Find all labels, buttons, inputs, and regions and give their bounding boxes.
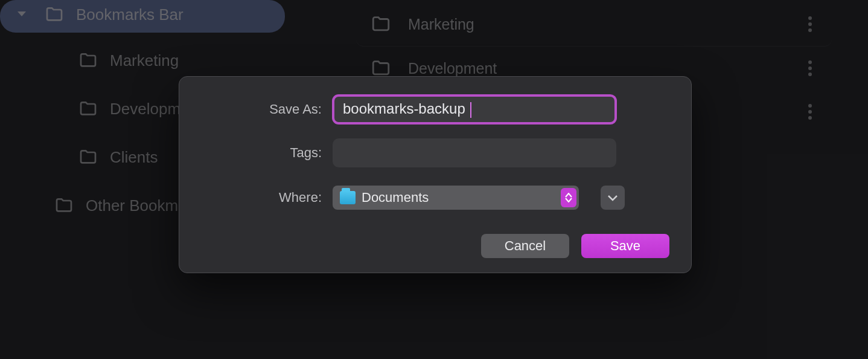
svg-point-6 — [808, 104, 812, 108]
row-menu-button[interactable] — [803, 101, 817, 123]
folder-outline-icon — [54, 196, 74, 215]
svg-point-5 — [808, 73, 812, 76]
where-row: Where: Documents — [201, 186, 669, 210]
folder-outline-icon — [371, 14, 391, 34]
svg-point-3 — [808, 60, 812, 64]
tags-label: Tags: — [201, 145, 322, 161]
folder-outline-icon — [45, 5, 64, 24]
svg-point-1 — [808, 22, 812, 26]
save-as-input[interactable]: bookmarks-backup — [333, 95, 616, 124]
svg-point-2 — [808, 28, 812, 32]
svg-point-4 — [808, 66, 812, 70]
tree-item-label: Bookmarks Bar — [76, 5, 183, 24]
tree-item-label: Clients — [110, 148, 158, 167]
row-menu-button[interactable] — [803, 13, 817, 35]
chevron-down-icon — [16, 5, 28, 24]
tree-item-marketing[interactable]: Marketing — [0, 45, 290, 76]
tree-item-label: Marketing — [110, 51, 179, 70]
tags-row: Tags: — [201, 138, 669, 167]
list-row-title: Marketing — [408, 16, 786, 33]
expand-dialog-button[interactable] — [601, 186, 625, 210]
svg-point-0 — [808, 16, 812, 20]
folder-outline-icon — [78, 99, 98, 118]
folder-outline-icon — [78, 147, 98, 167]
tags-input[interactable] — [333, 138, 616, 167]
save-as-row: Save As: bookmarks-backup — [201, 95, 669, 124]
up-down-stepper-icon — [561, 188, 576, 207]
dialog-button-row: Cancel Save — [201, 234, 669, 258]
where-select[interactable]: Documents — [333, 186, 579, 210]
svg-point-8 — [808, 116, 812, 120]
tree-item-bookmarks-bar[interactable]: Bookmarks Bar — [0, 0, 285, 33]
folder-outline-icon — [371, 58, 391, 79]
save-dialog: Save As: bookmarks-backup Tags: Where: D… — [179, 76, 692, 273]
save-as-value: bookmarks-backup — [343, 100, 465, 117]
list-row[interactable]: Marketing — [356, 2, 832, 47]
where-value: Documents — [362, 190, 555, 205]
save-button[interactable]: Save — [581, 234, 669, 258]
list-row-title: Development — [408, 60, 786, 77]
documents-folder-icon — [340, 191, 356, 204]
save-as-label: Save As: — [201, 102, 322, 117]
folder-outline-icon — [78, 51, 98, 70]
cancel-button[interactable]: Cancel — [481, 234, 569, 258]
where-label: Where: — [201, 190, 322, 205]
row-menu-button[interactable] — [803, 57, 817, 79]
svg-point-7 — [808, 110, 812, 114]
